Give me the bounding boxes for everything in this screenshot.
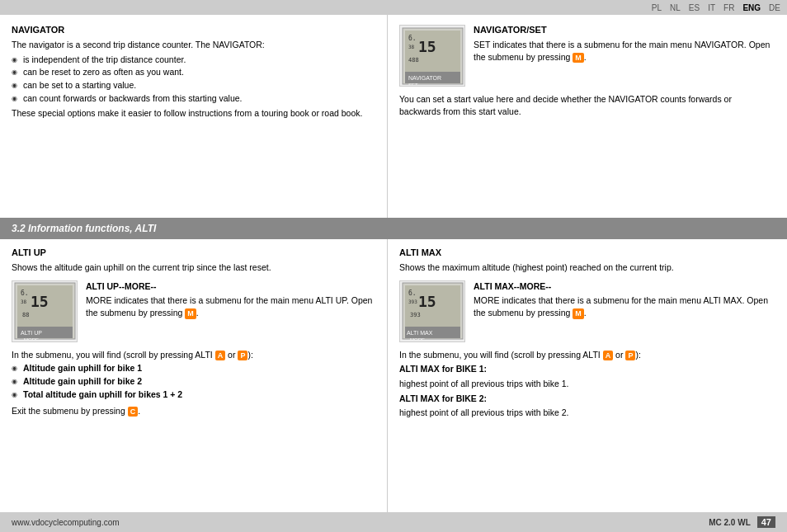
alti-max-sub-title: ALTI MAX--MORE--	[474, 281, 551, 291]
svg-text:38: 38	[21, 299, 27, 304]
svg-text:393: 393	[410, 312, 421, 318]
alti-up-bullet-2: Altitude gain uphill for bike 2	[12, 375, 375, 388]
alti-up-sub-text: ALTI UP--MORE-- MORE indicates that ther…	[86, 280, 375, 342]
navigator-title: NAVIGATOR	[12, 25, 375, 35]
lang-it[interactable]: IT	[708, 3, 715, 12]
svg-text:ALTI UP: ALTI UP	[21, 330, 42, 336]
main-top-content: NAVIGATOR The navigator is a second trip…	[0, 15, 787, 218]
section-label: 3.2 Information functions, ALTI	[12, 223, 156, 234]
svg-text:88: 88	[22, 312, 29, 318]
alti-up-sub-bullets: Altitude gain uphill for bike 1 Altitude…	[12, 362, 375, 401]
svg-text:--MORE--: --MORE--	[407, 337, 428, 340]
section-divider: 3.2 Information functions, ALTI	[0, 218, 787, 239]
bullet-2: can be reset to zero as often as you wan…	[12, 66, 375, 79]
navigator-set-box: 6. 38 15 488 NAVIGATOR SET NAVIGATOR/SET…	[399, 25, 775, 87]
alti-max-sub-desc: MORE indicates that there is a submenu f…	[474, 294, 775, 318]
footer: www.vdocyclecomputing.com MC 2.0 WL 47	[0, 512, 787, 532]
navigator-set-desc: SET indicates that there is a submenu fo…	[474, 39, 775, 63]
alti-max-device-image: 6. 393 15 393 ALTI MAX --MORE--	[399, 280, 465, 342]
lang-es[interactable]: ES	[689, 3, 700, 12]
alti-up-a-badge: A	[215, 351, 226, 361]
svg-text:15: 15	[418, 38, 436, 55]
navigator-section: NAVIGATOR The navigator is a second trip…	[0, 15, 388, 218]
svg-text:--MORE--: --MORE--	[21, 337, 42, 340]
alti-max-svg: 6. 393 15 393 ALTI MAX --MORE--	[402, 282, 464, 340]
navigator-set-note: You can set a start value here and decid…	[399, 93, 775, 117]
alti-max-bike1-desc: highest point of all previous trips with…	[399, 378, 775, 390]
svg-text:38: 38	[408, 44, 415, 49]
lang-nl[interactable]: NL	[670, 3, 681, 12]
svg-text:NAVIGATOR: NAVIGATOR	[408, 75, 441, 81]
alti-up-m-badge: M	[185, 308, 196, 319]
alti-max-section: ALTI MAX Shows the maximum altitude (hig…	[388, 239, 787, 512]
bottom-content: ALTI UP Shows the altitude gain uphill o…	[0, 239, 787, 512]
lang-fr[interactable]: FR	[723, 3, 734, 12]
svg-text:ALTI MAX: ALTI MAX	[407, 330, 433, 336]
svg-text:15: 15	[31, 293, 49, 310]
lang-eng[interactable]: ENG	[742, 3, 761, 12]
alti-up-exit: Exit the submenu by pressing C.	[12, 405, 375, 417]
svg-text:15: 15	[418, 293, 436, 310]
alti-up-section: ALTI UP Shows the altitude gain uphill o…	[0, 239, 388, 512]
navigator-device-image: 6. 38 15 488 NAVIGATOR SET	[399, 25, 465, 87]
alti-max-m-badge: M	[573, 308, 584, 319]
alti-max-desc: Shows the maximum altitude (highest poin…	[399, 261, 775, 274]
footer-url: www.vdocyclecomputing.com	[12, 518, 120, 527]
navigator-intro: The navigator is a second trip distance …	[12, 39, 375, 51]
alti-max-bike2-desc: highest point of all previous trips with…	[399, 407, 775, 419]
alti-up-sub-box: 6. 38 15 88 ALTI UP --MORE-- ALTI UP--MO…	[12, 280, 375, 342]
navigator-bullets: is independent of the trip distance coun…	[12, 54, 375, 106]
svg-text:6.: 6.	[408, 290, 417, 297]
navigator-set-title: NAVIGATOR/SET	[474, 25, 775, 35]
m-badge: M	[573, 53, 584, 64]
alti-up-bullet-3: Total altitude gain uphill for bikes 1 +…	[12, 388, 375, 402]
alti-up-sub-title: ALTI UP--MORE--	[86, 281, 157, 291]
device-svg: 6. 38 15 488 NAVIGATOR SET	[402, 27, 464, 85]
alti-max-p-badge: P	[625, 351, 635, 361]
alti-up-bullet-1: Altitude gain uphill for bike 1	[12, 362, 375, 375]
lang-de[interactable]: DE	[769, 3, 780, 12]
alti-max-sub-box: 6. 393 15 393 ALTI MAX --MORE-- ALTI MAX…	[399, 280, 775, 342]
alti-max-title: ALTI MAX	[399, 247, 775, 257]
alti-up-sub-desc: MORE indicates that there is a submenu f…	[86, 294, 375, 318]
svg-text:393: 393	[408, 299, 417, 304]
alti-up-device-image: 6. 38 15 88 ALTI UP --MORE--	[12, 280, 78, 342]
footer-page: 47	[757, 516, 775, 528]
alti-up-title: ALTI UP	[12, 247, 375, 257]
alti-up-desc: Shows the altitude gain uphill on the cu…	[12, 261, 375, 274]
navigator-set-section: 6. 38 15 488 NAVIGATOR SET NAVIGATOR/SET…	[388, 15, 787, 218]
alti-max-a-badge: A	[603, 351, 614, 361]
navigator-footer: These special options make it easier to …	[12, 107, 375, 120]
alti-max-sub-text: ALTI MAX--MORE-- MORE indicates that the…	[474, 280, 775, 342]
svg-text:6.: 6.	[21, 290, 29, 297]
bullet-4: can count forwards or backwards from thi…	[12, 92, 375, 106]
bullet-3: can be set to a starting value.	[12, 79, 375, 92]
alti-max-bike2-title: ALTI MAX for BIKE 2:	[399, 393, 775, 405]
svg-text:SET: SET	[408, 82, 418, 85]
footer-model: MC 2.0 WL	[709, 518, 751, 527]
navigator-set-text: NAVIGATOR/SET SET indicates that there i…	[474, 25, 775, 87]
alti-max-scroll-note: In the submenu, you will find (scroll by…	[399, 349, 775, 361]
alti-max-bike1-title: ALTI MAX for BIKE 1:	[399, 363, 775, 375]
alti-up-scroll-note: In the submenu, you will find (scroll by…	[12, 349, 375, 361]
svg-text:6.: 6.	[408, 35, 417, 42]
svg-text:488: 488	[408, 57, 419, 64]
language-bar: PL NL ES IT FR ENG DE	[0, 0, 787, 15]
alti-up-p-badge: P	[238, 351, 247, 361]
bullet-1: is independent of the trip distance coun…	[12, 54, 375, 67]
alti-up-c-badge: C	[128, 407, 139, 417]
alti-up-svg: 6. 38 15 88 ALTI UP --MORE--	[14, 282, 76, 340]
lang-pl[interactable]: PL	[652, 3, 662, 12]
